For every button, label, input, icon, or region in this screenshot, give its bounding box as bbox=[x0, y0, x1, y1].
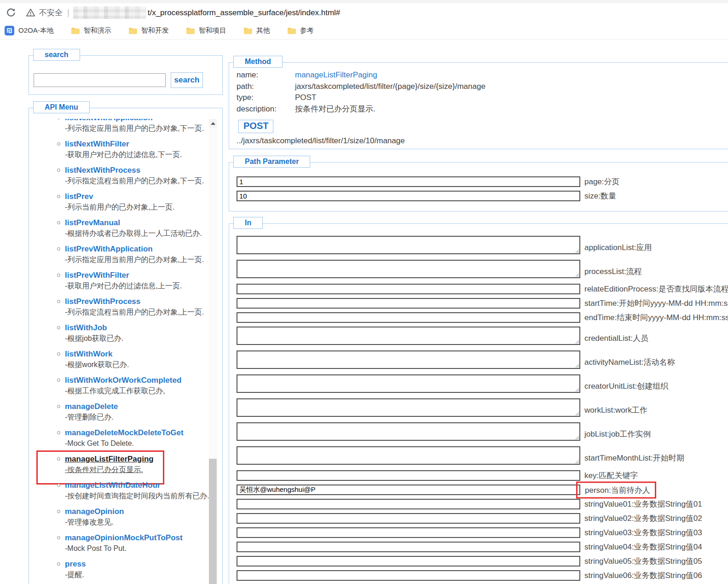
reload-icon[interactable] bbox=[4, 6, 17, 20]
in-field-label-17: stringValue05:业务数据String值05 bbox=[584, 556, 702, 566]
api-method-link[interactable]: listWithWorkOrWorkCompleted bbox=[65, 375, 222, 385]
in-panel-legend: In bbox=[233, 217, 263, 229]
in-field-input-3[interactable] bbox=[237, 298, 580, 309]
in-field-label-18: stringValue06:业务数据String值06 bbox=[584, 570, 702, 581]
in-field-label-4: endTime:结束时间yyyy-MM-dd HH:mm:ss bbox=[584, 312, 728, 323]
api-menu-item-listNextWithProcess: listNextWithProcess-列示指定流程当前用户的已办对象,下一页. bbox=[29, 165, 222, 186]
api-method-link[interactable]: press bbox=[65, 559, 222, 569]
in-field-textarea-5[interactable] bbox=[237, 327, 580, 345]
api-method-link[interactable]: listNextWithProcess bbox=[65, 165, 222, 175]
api-method-link[interactable]: listWithWork bbox=[65, 349, 222, 359]
api-menu-item-press: press-提醒. bbox=[29, 559, 222, 580]
browser-window: 不安全 | t/x_processplatform_assemble_surfa… bbox=[0, 0, 728, 584]
in-field-label-13: stringValue01:业务数据String值01 bbox=[584, 499, 702, 509]
api-method-description: -管理修改意见. bbox=[65, 517, 222, 527]
highlight-red-box: person:当前待办人 bbox=[576, 481, 656, 498]
in-field-label-5: credentialList:人员 bbox=[584, 333, 648, 345]
api-menu-item-listPrevWithFilter: listPrevWithFilter-获取用户对已办的过滤信息,上一页. bbox=[29, 270, 222, 291]
in-field-input-18[interactable] bbox=[237, 570, 580, 581]
in-field-input-15[interactable] bbox=[237, 527, 580, 538]
in-field-label-0: applicationList:应用 bbox=[584, 242, 652, 254]
in-field-row-14: stringValue02:业务数据String值02 bbox=[237, 513, 728, 524]
in-field-label-6: activityNameList:活动名称 bbox=[584, 357, 675, 369]
path-parameter-input-0[interactable] bbox=[237, 176, 580, 187]
in-field-textarea-10[interactable] bbox=[237, 446, 580, 465]
api-method-description: -列示指定应用当前用户的已办对象,下一页. bbox=[65, 123, 222, 134]
in-field-textarea-9[interactable] bbox=[237, 422, 580, 441]
api-method-description: -根据work获取已办. bbox=[65, 359, 222, 370]
in-field-input-14[interactable] bbox=[237, 513, 580, 524]
in-field-input-13[interactable] bbox=[237, 499, 580, 509]
api-menu-scrollbar[interactable] bbox=[209, 119, 217, 584]
api-method-link[interactable]: listWithJob bbox=[65, 322, 222, 333]
api-method-link[interactable]: manageDelete bbox=[65, 401, 222, 412]
api-menu-item-listPrevManual: listPrevManual-根据待办或者已办取得上一人工活动已办. bbox=[29, 217, 222, 239]
bookmark-folder-1[interactable]: 智和演示 bbox=[71, 26, 111, 35]
path-parameter-row-1: size:数量 bbox=[237, 191, 728, 201]
in-field-textarea-7[interactable] bbox=[237, 374, 580, 393]
api-method-link[interactable]: listPrevWithApplication bbox=[65, 244, 222, 254]
api-method-link[interactable]: listPrevManual bbox=[65, 217, 222, 228]
folder-icon bbox=[186, 27, 195, 35]
api-method-link[interactable]: manageOpinion bbox=[65, 506, 222, 517]
in-field-input-16[interactable] bbox=[237, 542, 580, 552]
api-menu-item-listNextWithApplication: listNextWithApplication-列示指定应用当前用户的已办对象,… bbox=[29, 119, 222, 134]
api-method-link[interactable]: listPrev bbox=[65, 191, 222, 202]
api-method-description: -根据job获取已办. bbox=[65, 333, 222, 344]
bookmark-folder-4[interactable]: 其他 bbox=[243, 26, 270, 35]
in-field-input-4[interactable] bbox=[237, 312, 580, 323]
api-method-link[interactable]: manageListWithDateHour bbox=[65, 480, 222, 491]
in-field-input-12[interactable] bbox=[237, 485, 580, 495]
api-menu-item-manageListFilterPaging: manageListFilterPaging-按条件对已办分页显示. bbox=[29, 454, 222, 475]
api-method-link[interactable]: listPrevWithFilter bbox=[65, 270, 222, 280]
api-method-link[interactable]: manageOpinionMockPutToPost bbox=[65, 532, 222, 543]
api-menu-item-listWithJob: listWithJob-根据job获取已办. bbox=[29, 322, 222, 344]
redacted-url-host bbox=[73, 6, 146, 19]
api-method-description: -列示指定流程当前用户的已办对象,下一页. bbox=[65, 175, 222, 186]
api-method-link[interactable]: manageListFilterPaging bbox=[65, 454, 222, 464]
in-field-textarea-6[interactable] bbox=[237, 350, 580, 369]
method-name-value[interactable]: manageListFilterPaging bbox=[295, 70, 377, 81]
bookmark-label: 参考 bbox=[300, 26, 314, 35]
in-field-input-2[interactable] bbox=[237, 284, 580, 294]
bookmark-folder-3[interactable]: 智和项目 bbox=[186, 26, 226, 35]
api-method-description: -按创建时间查询指定时间段内当前所有已办. bbox=[65, 491, 222, 501]
api-method-description: -管理删除已办. bbox=[65, 412, 222, 422]
scrollbar-thumb[interactable] bbox=[209, 459, 217, 584]
in-field-label-16: stringValue04:业务数据String值04 bbox=[584, 542, 702, 552]
post-button[interactable]: POST bbox=[238, 120, 273, 133]
in-field-row-16: stringValue04:业务数据String值04 bbox=[237, 542, 728, 552]
api-method-link[interactable]: manageDeleteMockDeleteToGet bbox=[65, 427, 222, 438]
path-parameter-rows: page:分页size:数量 bbox=[229, 176, 728, 201]
path-parameter-input-1[interactable] bbox=[237, 191, 580, 201]
search-button[interactable]: search bbox=[171, 72, 203, 88]
scrollbar-up-button[interactable] bbox=[209, 119, 217, 128]
search-input[interactable] bbox=[34, 73, 166, 87]
in-field-textarea-0[interactable] bbox=[237, 236, 580, 254]
api-method-description: -列示当前用户的已办对象,上一页. bbox=[65, 202, 222, 212]
url-text[interactable]: t/x_processplatform_assemble_surface/jes… bbox=[148, 8, 341, 18]
api-menu-item-manageOpinionMockPutToPost: manageOpinionMockPutToPost-Mock Post To … bbox=[29, 532, 222, 554]
api-method-link[interactable]: listPrevWithProcess bbox=[65, 296, 222, 307]
in-field-row-4: endTime:结束时间yyyy-MM-dd HH:mm:ss bbox=[237, 312, 728, 323]
bookmark-folder-2[interactable]: 智和开发 bbox=[128, 26, 169, 35]
security-chip[interactable]: 不安全 bbox=[26, 7, 63, 18]
method-panel-legend: Method bbox=[233, 56, 283, 68]
in-field-label-15: stringValue03:业务数据String值03 bbox=[584, 527, 702, 538]
api-method-description: -根据工作或完成工作获取已办, bbox=[65, 385, 222, 396]
method-panel: Method name: manageListFilterPaging path… bbox=[229, 62, 728, 149]
path-parameter-legend: Path Parameter bbox=[233, 156, 310, 168]
api-method-description: -Mock Post To Put. bbox=[65, 543, 222, 554]
in-field-input-17[interactable] bbox=[237, 556, 580, 566]
method-row-description: description: 按条件对已办分页显示. bbox=[229, 104, 728, 115]
in-field-textarea-8[interactable] bbox=[237, 398, 580, 417]
warning-triangle-icon bbox=[26, 8, 35, 18]
bookmark-o2oa-local[interactable]: O2OA-本地 bbox=[5, 26, 54, 35]
api-method-link[interactable]: listNextWithFilter bbox=[65, 139, 222, 149]
api-method-link[interactable]: listNextWithApplication bbox=[65, 119, 222, 123]
in-field-input-11[interactable] bbox=[237, 470, 580, 481]
in-field-textarea-1[interactable] bbox=[237, 260, 580, 278]
bookmark-folder-5[interactable]: 参考 bbox=[287, 26, 314, 35]
api-menu-item-listWithWorkOrWorkCompleted: listWithWorkOrWorkCompleted-根据工作或完成工作获取已… bbox=[29, 375, 222, 396]
in-field-row-0: applicationList:应用 bbox=[237, 236, 728, 254]
